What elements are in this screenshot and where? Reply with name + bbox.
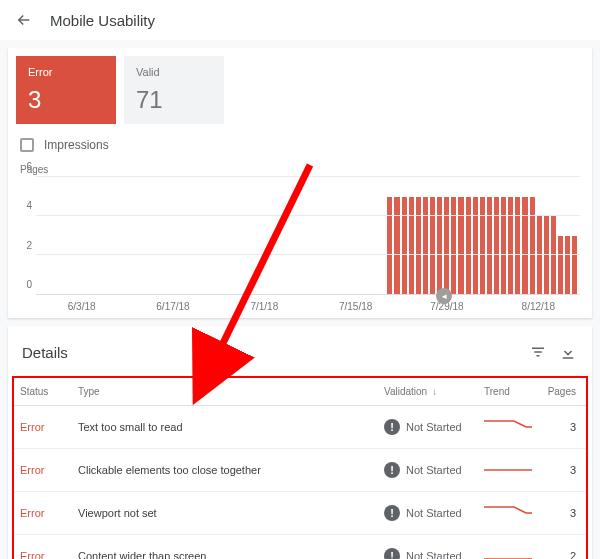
chart-bar <box>501 197 506 295</box>
col-trend[interactable]: Trend <box>478 378 538 406</box>
cell-pages: 3 <box>538 492 586 535</box>
info-icon: ! <box>384 505 400 521</box>
col-validation[interactable]: Validation ↓ <box>378 378 478 406</box>
filter-icon <box>529 343 547 361</box>
issues-table: Status Type Validation ↓ Trend Pages Err… <box>14 378 586 559</box>
filter-button[interactable] <box>526 340 550 364</box>
cell-type: Clickable elements too close together <box>72 449 378 492</box>
chart-bar <box>451 197 456 295</box>
page-header: Mobile Usability <box>0 0 600 40</box>
cell-status: Error <box>14 492 72 535</box>
y-tick: 6 <box>26 161 32 172</box>
chart-bar <box>394 197 399 295</box>
chart-bar <box>409 197 414 295</box>
cell-type: Text too small to read <box>72 406 378 449</box>
cell-status: Error <box>14 535 72 560</box>
error-stat-label: Error <box>28 66 106 78</box>
cell-trend <box>478 492 538 535</box>
cell-validation: !Not Started <box>378 535 478 560</box>
issues-table-highlight: Status Type Validation ↓ Trend Pages Err… <box>12 376 588 559</box>
cell-type: Content wider than screen <box>72 535 378 560</box>
info-icon: ! <box>384 419 400 435</box>
col-type[interactable]: Type <box>72 378 378 406</box>
table-row[interactable]: ErrorContent wider than screen!Not Start… <box>14 535 586 560</box>
sort-desc-icon: ↓ <box>432 386 437 397</box>
chart-bar <box>437 197 442 295</box>
chart-bar <box>444 197 449 295</box>
cell-type: Viewport not set <box>72 492 378 535</box>
chart-bar <box>458 197 463 295</box>
chart-bar <box>530 197 535 295</box>
download-button[interactable] <box>556 340 580 364</box>
error-stat-value: 3 <box>28 86 41 113</box>
cell-validation: !Not Started <box>378 406 478 449</box>
col-pages[interactable]: Pages <box>538 378 586 406</box>
x-tick: 6/3/18 <box>36 301 127 312</box>
valid-stat-tab[interactable]: Valid 71 <box>124 56 224 124</box>
chart-bar <box>416 197 421 295</box>
cell-pages: 3 <box>538 449 586 492</box>
chart-bar <box>423 197 428 295</box>
chart-bar <box>522 197 527 295</box>
cell-trend <box>478 449 538 492</box>
info-icon: ! <box>384 548 400 559</box>
table-head-row: Status Type Validation ↓ Trend Pages <box>14 378 586 406</box>
cell-trend <box>478 406 538 449</box>
pages-chart: 0246 ◂ <box>16 177 584 295</box>
chart-bar <box>480 197 485 295</box>
chart-bar <box>402 197 407 295</box>
cell-validation: !Not Started <box>378 449 478 492</box>
col-status[interactable]: Status <box>14 378 72 406</box>
x-tick: 7/15/18 <box>310 301 401 312</box>
arrow-left-icon <box>15 11 33 29</box>
valid-stat-value: 71 <box>136 86 163 113</box>
chart-bar <box>572 236 577 295</box>
checkbox-icon <box>20 138 34 152</box>
chart-bar <box>508 197 513 295</box>
page-title: Mobile Usability <box>50 12 155 29</box>
table-row[interactable]: ErrorClickable elements too close togeth… <box>14 449 586 492</box>
y-tick: 0 <box>26 279 32 290</box>
chart-bar <box>466 197 471 295</box>
table-row[interactable]: ErrorText too small to read!Not Started3 <box>14 406 586 449</box>
impressions-toggle[interactable]: Impressions <box>20 138 580 152</box>
x-tick: 7/1/18 <box>219 301 310 312</box>
chart-y-label: Pages <box>20 164 584 175</box>
impressions-label: Impressions <box>44 138 109 152</box>
back-button[interactable] <box>12 8 36 32</box>
chart-bar <box>515 197 520 295</box>
table-row[interactable]: ErrorViewport not set!Not Started3 <box>14 492 586 535</box>
valid-stat-label: Valid <box>136 66 214 78</box>
lozenge-icon: ◂ <box>436 288 452 304</box>
chart-bar <box>430 197 435 295</box>
chart-bar <box>387 197 392 295</box>
download-icon <box>559 343 577 361</box>
x-tick: 8/12/18 <box>493 301 584 312</box>
x-tick: 6/17/18 <box>127 301 218 312</box>
cell-status: Error <box>14 449 72 492</box>
y-tick: 2 <box>26 239 32 250</box>
cell-status: Error <box>14 406 72 449</box>
chart-bar <box>494 197 499 295</box>
chart-bar <box>558 236 563 295</box>
error-stat-tab[interactable]: Error 3 <box>16 56 116 124</box>
details-title: Details <box>22 344 520 361</box>
details-card: Details Status Type Validation ↓ Trend P… <box>8 326 592 559</box>
cell-validation: !Not Started <box>378 492 478 535</box>
chart-bar <box>565 236 570 295</box>
cell-pages: 3 <box>538 406 586 449</box>
y-tick: 4 <box>26 200 32 211</box>
cell-pages: 2 <box>538 535 586 560</box>
info-icon: ! <box>384 462 400 478</box>
chart-bar <box>473 197 478 295</box>
overview-card: Error 3 Valid 71 Impressions Pages 0246 … <box>8 48 592 318</box>
chart-bar <box>487 197 492 295</box>
cell-trend <box>478 535 538 560</box>
chart-x-axis: 6/3/186/17/187/1/187/15/187/29/188/12/18 <box>36 295 584 314</box>
